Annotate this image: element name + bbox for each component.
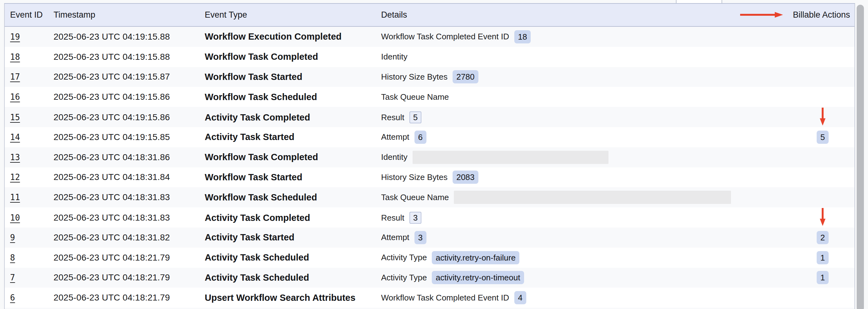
- detail-value-badge: activity.retry-on-failure: [432, 251, 519, 264]
- table-row: 6 2025-06-23 UTC 04:18:21.79 Upsert Work…: [5, 287, 855, 308]
- event-timestamp: 2025-06-23 UTC 04:18:31.84: [49, 172, 200, 182]
- event-timestamp: 2025-06-23 UTC 04:18:21.79: [49, 273, 200, 282]
- event-id-link[interactable]: 17: [10, 72, 20, 81]
- table-row: 13 2025-06-23 UTC 04:18:31.86 Workflow T…: [5, 147, 855, 167]
- billable-actions-cell: 2: [782, 231, 855, 244]
- event-id-link[interactable]: 9: [10, 233, 15, 242]
- table-row: 14 2025-06-23 UTC 04:19:15.85 Activity T…: [5, 127, 855, 147]
- detail-value-badge: 6: [414, 131, 427, 144]
- detail-label: Attempt: [381, 233, 409, 242]
- billable-actions-cell: [782, 207, 855, 228]
- detail-label: Attempt: [381, 132, 409, 142]
- event-timestamp: 2025-06-23 UTC 04:18:21.79: [49, 293, 200, 303]
- event-id-link[interactable]: 8: [10, 253, 15, 263]
- event-type: Workflow Execution Completed: [200, 31, 376, 42]
- event-id-link[interactable]: 12: [10, 172, 20, 182]
- event-type: Workflow Task Started: [200, 72, 376, 82]
- event-timestamp: 2025-06-23 UTC 04:18:21.79: [49, 253, 200, 263]
- redacted-value: [454, 191, 731, 204]
- event-id-link[interactable]: 11: [10, 193, 20, 202]
- detail-value-badge: 3: [414, 231, 427, 244]
- event-id-link[interactable]: 16: [10, 92, 20, 102]
- detail-label: Task Queue Name: [381, 193, 449, 202]
- detail-label: History Size Bytes: [381, 72, 447, 82]
- detail-value-badge: 18: [514, 30, 531, 43]
- detail-value-badge: 2083: [453, 171, 478, 184]
- event-type: Workflow Task Completed: [200, 152, 376, 162]
- table-row: 17 2025-06-23 UTC 04:19:15.87 Workflow T…: [5, 67, 855, 87]
- event-type: Activity Task Scheduled: [200, 273, 376, 283]
- event-id-link[interactable]: 13: [10, 152, 20, 162]
- table-row: 7 2025-06-23 UTC 04:18:21.79 Activity Ta…: [5, 268, 855, 288]
- event-type: Upsert Workflow Search Attributes: [200, 293, 376, 303]
- event-type: Activity Task Started: [200, 232, 376, 243]
- event-details: Attempt 3: [376, 231, 773, 244]
- event-details: Activity Type activity.retry-on-timeout: [376, 271, 773, 284]
- event-details: Identity: [376, 151, 773, 164]
- event-timestamp: 2025-06-23 UTC 04:18:31.83: [49, 213, 200, 223]
- column-header-event-id: Event ID: [5, 10, 49, 20]
- event-type: Workflow Task Scheduled: [200, 192, 376, 203]
- event-id-link[interactable]: 6: [10, 293, 15, 302]
- event-details: History Size Bytes 2083: [376, 171, 773, 184]
- detail-value-badge: 5: [409, 111, 422, 123]
- vertical-scrollbar-thumb[interactable]: [857, 5, 864, 309]
- event-timestamp: 2025-06-23 UTC 04:18:31.83: [49, 192, 200, 202]
- event-type: Workflow Task Started: [200, 172, 376, 182]
- event-timestamp: 2025-06-23 UTC 04:18:31.82: [49, 233, 200, 243]
- billable-actions-cell: [782, 107, 855, 128]
- event-details: Workflow Task Completed Event ID 18: [376, 30, 773, 43]
- billable-actions-cell: 1: [782, 271, 855, 284]
- event-details: Task Queue Name: [376, 92, 773, 102]
- event-type: Workflow Task Scheduled: [200, 92, 376, 102]
- event-timestamp: 2025-06-23 UTC 04:19:15.88: [49, 32, 200, 42]
- event-timestamp: 2025-06-23 UTC 04:19:15.88: [49, 52, 200, 62]
- event-timestamp: 2025-06-23 UTC 04:19:15.85: [49, 132, 200, 142]
- billable-actions-cell: 1: [782, 251, 855, 264]
- detail-label: Identity: [381, 152, 407, 162]
- billable-actions-badge: 1: [817, 251, 829, 264]
- event-timestamp: 2025-06-23 UTC 04:19:15.86: [49, 112, 200, 123]
- table-row: 16 2025-06-23 UTC 04:19:15.86 Workflow T…: [5, 87, 855, 107]
- detail-value-badge: 3: [409, 212, 422, 224]
- detail-label: Workflow Task Completed Event ID: [381, 293, 509, 303]
- column-header-timestamp: Timestamp: [49, 10, 200, 20]
- detail-label: Activity Type: [381, 273, 427, 282]
- event-timestamp: 2025-06-23 UTC 04:18:31.86: [49, 152, 200, 162]
- event-details: Task Queue Name: [376, 191, 773, 204]
- event-details: Activity Type activity.retry-on-failure: [376, 251, 773, 264]
- red-arrow-down-icon: [819, 207, 826, 226]
- event-id-link[interactable]: 10: [10, 213, 20, 222]
- event-timestamp: 2025-06-23 UTC 04:19:15.87: [49, 72, 200, 82]
- event-type: Workflow Task Completed: [200, 52, 376, 62]
- table-row: 11 2025-06-23 UTC 04:18:31.83 Workflow T…: [5, 187, 855, 207]
- detail-value-badge: activity.retry-on-timeout: [432, 271, 524, 284]
- event-details: Result 5: [376, 111, 773, 123]
- table-row: 12 2025-06-23 UTC 04:18:31.84 Workflow T…: [5, 167, 855, 187]
- column-header-billable-actions: Billable Actions: [773, 10, 855, 20]
- event-id-link[interactable]: 18: [10, 52, 20, 62]
- table-row: 18 2025-06-23 UTC 04:19:15.88 Workflow T…: [5, 47, 855, 67]
- table-header-row: Event ID Timestamp Event Type Details Bi…: [5, 4, 855, 27]
- event-details: Identity: [376, 52, 773, 62]
- detail-label: Result: [381, 213, 404, 223]
- event-id-link[interactable]: 14: [10, 133, 20, 142]
- event-type: Activity Task Completed: [200, 213, 376, 223]
- detail-value-badge: 4: [514, 291, 526, 304]
- table-row: 8 2025-06-23 UTC 04:18:21.79 Activity Ta…: [5, 248, 855, 268]
- red-arrow-down-icon: [819, 107, 826, 126]
- billable-actions-badge: 5: [817, 131, 829, 144]
- event-id-link[interactable]: 19: [10, 32, 20, 41]
- event-details: History Size Bytes 2780: [376, 70, 773, 83]
- event-type: Activity Task Completed: [200, 112, 376, 123]
- detail-label: Task Queue Name: [381, 92, 449, 102]
- billable-actions-badge: 1: [817, 271, 829, 284]
- table-row: 9 2025-06-23 UTC 04:18:31.82 Activity Ta…: [5, 228, 855, 248]
- event-history-table: Event ID Timestamp Event Type Details Bi…: [4, 3, 855, 309]
- event-details: Result 3: [376, 212, 773, 224]
- event-timestamp: 2025-06-23 UTC 04:19:15.86: [49, 92, 200, 102]
- event-id-link[interactable]: 7: [10, 273, 15, 282]
- detail-label: Identity: [381, 52, 407, 62]
- event-id-link[interactable]: 15: [10, 113, 20, 122]
- table-row: 15 2025-06-23 UTC 04:19:15.86 Activity T…: [5, 107, 855, 127]
